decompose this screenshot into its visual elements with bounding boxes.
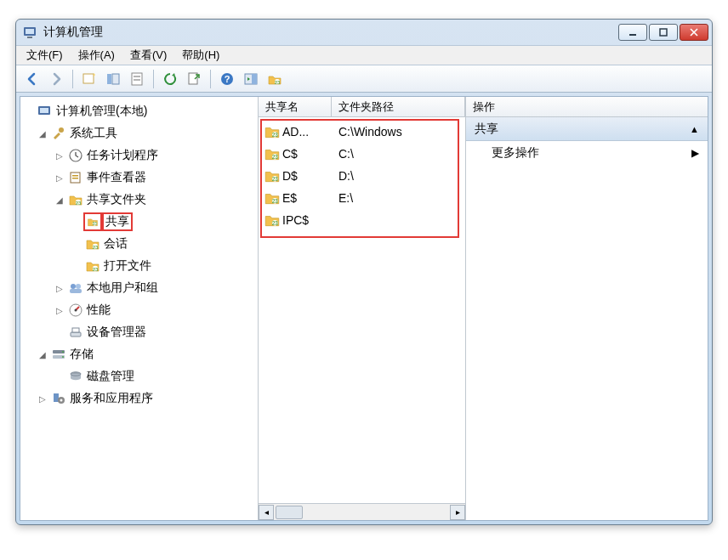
tree-disk-management[interactable]: 磁盘管理 [22,365,256,387]
action-section[interactable]: 共享 ▲ [466,117,708,141]
tree-event-viewer[interactable]: ▷ 事件查看器 [22,167,256,189]
svg-rect-7 [112,74,119,84]
share-folder-icon: 23 [264,124,281,139]
disclosure-icon [71,217,82,227]
menu-view[interactable]: 查看(V) [130,48,167,63]
list-item[interactable]: 23 E$ E:\ [259,187,465,209]
disk-icon [68,369,83,384]
disclosure-icon[interactable]: ▷ [54,150,65,161]
tree-panel[interactable]: 计算机管理(本地) ◢ 系统工具 ▷ 任务计划程序 ▷ 事件查看器 ◢ 23 共… [20,97,259,520]
tree-system-tools[interactable]: ◢ 系统工具 [22,122,256,144]
refresh-button[interactable] [159,68,181,90]
disclosure-icon[interactable]: ▷ [54,283,65,293]
disclosure-icon[interactable]: ◢ [37,128,48,139]
storage-icon [51,347,66,362]
tree-label: 存储 [70,347,94,362]
event-icon [68,170,83,185]
tree-storage[interactable]: ◢ 存储 [22,343,256,365]
actions-header: 操作 [466,97,708,117]
list-body[interactable]: 23 AD... C:\Windows 23 C$ C:\ 23 D$ D:\ … [259,117,465,503]
help-button[interactable]: ? [216,68,238,90]
list-item[interactable]: 23 C$ C:\ [259,143,465,165]
tree-open-files[interactable]: 23 打开文件 [22,255,256,277]
tree-task-scheduler[interactable]: ▷ 任务计划程序 [22,144,256,167]
actions-panel: 操作 共享 ▲ 更多操作 ▶ [466,97,708,520]
tree-label: 磁盘管理 [87,369,134,384]
disclosure-icon[interactable]: ◢ [37,349,48,359]
svg-rect-38 [71,332,81,337]
action-more[interactable]: 更多操作 ▶ [466,141,708,165]
properties-button[interactable] [126,68,148,90]
content-area: 计算机管理(本地) ◢ 系统工具 ▷ 任务计划程序 ▷ 事件查看器 ◢ 23 共… [20,96,708,521]
tree-shares[interactable]: 23 共享 [22,211,256,233]
disclosure-icon [54,327,65,337]
disclosure-icon[interactable]: ▷ [54,305,65,315]
toolbar-separator [72,70,73,88]
cell-folder-path: E:\ [332,191,465,205]
tree-device-manager[interactable]: 设备管理器 [22,321,256,343]
back-button[interactable] [21,68,43,90]
column-share-name[interactable]: 共享名 [259,97,332,116]
cell-share-name: E$ [282,191,332,205]
svg-rect-15 [252,74,257,84]
new-window-button[interactable] [78,68,100,90]
action-pane-button[interactable] [240,68,262,90]
tree-performance[interactable]: ▷ 性能 [22,299,256,321]
tree-label: 系统工具 [70,126,117,141]
svg-text:23: 23 [272,154,279,160]
maximize-button[interactable] [649,24,678,41]
svg-point-20 [59,127,64,133]
tree-label: 事件查看器 [87,170,146,185]
tree-sessions[interactable]: 23 会话 [22,233,256,255]
svg-point-34 [76,284,81,289]
svg-rect-5 [83,74,94,83]
forward-button[interactable] [45,68,67,90]
toolbar-separator [153,70,154,88]
tree-label: 性能 [87,303,111,318]
close-button[interactable] [680,24,708,41]
menu-action[interactable]: 操作(A) [78,48,115,63]
tree-label: 会话 [104,236,128,252]
tree-label: 设备管理器 [87,325,146,340]
column-folder-path[interactable]: 文件夹路径 [332,97,465,116]
tree-shared-folders[interactable]: ◢ 23 共享文件夹 [22,189,256,211]
app-window: 计算机管理 文件(F) 操作(A) 查看(V) 帮助(H) ? 23 [15,19,713,525]
list-item[interactable]: 23 AD... C:\Windows [259,121,465,143]
tree-local-users[interactable]: ▷ 本地用户和组 [22,277,256,299]
shares-toolbar-button[interactable]: 23 [264,68,286,90]
shared-folder-icon: 23 [68,192,83,207]
disclosure-icon[interactable]: ▷ [37,393,48,404]
tree-label: 任务计划程序 [87,148,158,163]
tree-root[interactable]: 计算机管理(本地) [22,100,256,122]
minimize-button[interactable] [618,24,647,41]
list-item[interactable]: 23 IPC$ [259,209,465,231]
action-more-label: 更多操作 [492,145,539,161]
menu-file[interactable]: 文件(F) [26,48,63,63]
app-icon [23,25,38,40]
disclosure-icon [54,371,65,382]
scroll-thumb[interactable] [276,506,303,519]
svg-text:23: 23 [272,198,279,204]
scroll-left-button[interactable]: ◂ [259,505,274,520]
svg-point-37 [75,309,77,312]
scroll-right-button[interactable]: ▸ [450,505,465,520]
svg-rect-19 [40,108,48,113]
horizontal-scrollbar[interactable]: ◂ ▸ [259,503,465,520]
svg-text:23: 23 [272,132,279,138]
svg-rect-24 [72,178,78,179]
list-header: 共享名 文件夹路径 [259,97,465,117]
disclosure-icon [71,239,82,249]
svg-rect-3 [629,34,636,36]
disclosure-icon[interactable]: ◢ [54,195,65,205]
list-item[interactable]: 23 D$ D:\ [259,165,465,187]
cell-folder-path: C:\ [332,147,465,161]
svg-point-42 [62,351,64,353]
menu-help[interactable]: 帮助(H) [182,48,219,63]
export-button[interactable] [183,68,205,90]
share-folder-icon: 23 [264,168,281,184]
disclosure-icon[interactable]: ▷ [54,173,65,183]
console-tree-button[interactable] [102,68,124,90]
tree-label: 本地用户和组 [87,280,158,296]
tree-services-apps[interactable]: ▷ 服务和应用程序 [22,387,256,410]
svg-text:23: 23 [275,79,281,84]
